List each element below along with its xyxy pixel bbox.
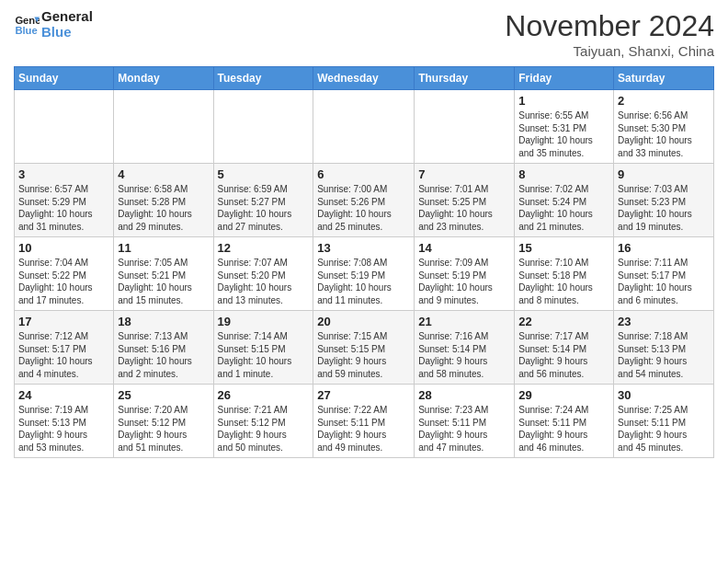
weekday-header-saturday: Saturday (614, 67, 714, 90)
calendar-table: SundayMondayTuesdayWednesdayThursdayFrid… (14, 66, 714, 458)
day-cell: 18Sunrise: 7:13 AM Sunset: 5:16 PM Dayli… (114, 311, 213, 385)
day-cell: 23Sunrise: 7:18 AM Sunset: 5:13 PM Dayli… (614, 311, 714, 385)
day-info: Sunrise: 7:09 AM Sunset: 5:19 PM Dayligh… (418, 257, 510, 306)
day-cell (313, 90, 415, 164)
day-info: Sunrise: 7:19 AM Sunset: 5:13 PM Dayligh… (18, 404, 109, 454)
weekday-header-thursday: Thursday (415, 67, 515, 90)
day-number: 25 (118, 388, 209, 402)
day-info: Sunrise: 6:57 AM Sunset: 5:29 PM Dayligh… (18, 183, 109, 233)
day-number: 17 (18, 315, 109, 328)
day-info: Sunrise: 7:10 AM Sunset: 5:18 PM Dayligh… (518, 257, 609, 306)
day-number: 3 (18, 167, 109, 181)
day-info: Sunrise: 6:56 AM Sunset: 5:30 PM Dayligh… (618, 109, 710, 159)
day-number: 22 (518, 315, 609, 328)
day-cell: 5Sunrise: 6:59 AM Sunset: 5:27 PM Daylig… (213, 164, 313, 237)
day-number: 12 (218, 241, 310, 255)
svg-text:Blue: Blue (15, 24, 37, 35)
weekday-header-wednesday: Wednesday (313, 67, 415, 90)
week-row-2: 3Sunrise: 6:57 AM Sunset: 5:29 PM Daylig… (15, 164, 714, 237)
day-cell: 27Sunrise: 7:22 AM Sunset: 5:11 PM Dayli… (313, 385, 415, 458)
day-info: Sunrise: 7:04 AM Sunset: 5:22 PM Dayligh… (18, 257, 109, 306)
day-cell: 12Sunrise: 7:07 AM Sunset: 5:20 PM Dayli… (213, 237, 313, 311)
day-info: Sunrise: 7:03 AM Sunset: 5:23 PM Dayligh… (618, 183, 710, 233)
day-number: 27 (317, 388, 410, 402)
day-number: 7 (418, 167, 510, 181)
day-info: Sunrise: 7:15 AM Sunset: 5:15 PM Dayligh… (317, 330, 410, 380)
day-cell: 14Sunrise: 7:09 AM Sunset: 5:19 PM Dayli… (415, 237, 515, 311)
title-area: November 2024 Taiyuan, Shanxi, China (505, 9, 714, 59)
weekday-header-friday: Friday (515, 67, 614, 90)
day-number: 18 (118, 315, 209, 328)
logo-icon: General Blue (14, 12, 40, 38)
day-info: Sunrise: 6:59 AM Sunset: 5:27 PM Dayligh… (218, 183, 310, 233)
day-cell: 9Sunrise: 7:03 AM Sunset: 5:23 PM Daylig… (614, 164, 714, 237)
day-info: Sunrise: 7:18 AM Sunset: 5:13 PM Dayligh… (618, 330, 710, 380)
day-cell: 13Sunrise: 7:08 AM Sunset: 5:19 PM Dayli… (313, 237, 415, 311)
day-number: 14 (418, 241, 510, 255)
day-number: 4 (118, 167, 209, 181)
day-cell: 26Sunrise: 7:21 AM Sunset: 5:12 PM Dayli… (213, 385, 313, 458)
day-cell: 20Sunrise: 7:15 AM Sunset: 5:15 PM Dayli… (313, 311, 415, 385)
day-info: Sunrise: 7:08 AM Sunset: 5:19 PM Dayligh… (317, 257, 410, 306)
day-info: Sunrise: 7:05 AM Sunset: 5:21 PM Dayligh… (118, 257, 209, 306)
day-number: 8 (518, 167, 609, 181)
calendar-header: General Blue General Blue November 2024 … (14, 9, 714, 59)
day-info: Sunrise: 7:20 AM Sunset: 5:12 PM Dayligh… (118, 404, 209, 454)
day-number: 15 (518, 241, 609, 255)
weekday-header-row: SundayMondayTuesdayWednesdayThursdayFrid… (15, 67, 714, 90)
day-info: Sunrise: 7:11 AM Sunset: 5:17 PM Dayligh… (618, 257, 710, 306)
day-info: Sunrise: 6:55 AM Sunset: 5:31 PM Dayligh… (518, 109, 609, 159)
day-number: 19 (218, 315, 310, 328)
weekday-header-tuesday: Tuesday (213, 67, 313, 90)
day-number: 2 (618, 94, 710, 108)
day-cell: 17Sunrise: 7:12 AM Sunset: 5:17 PM Dayli… (15, 311, 114, 385)
day-info: Sunrise: 7:16 AM Sunset: 5:14 PM Dayligh… (418, 330, 510, 380)
day-info: Sunrise: 7:22 AM Sunset: 5:11 PM Dayligh… (317, 404, 410, 454)
week-row-5: 24Sunrise: 7:19 AM Sunset: 5:13 PM Dayli… (15, 385, 714, 458)
day-info: Sunrise: 7:02 AM Sunset: 5:24 PM Dayligh… (518, 183, 609, 233)
day-number: 29 (518, 388, 609, 402)
day-info: Sunrise: 7:21 AM Sunset: 5:12 PM Dayligh… (218, 404, 310, 454)
month-title: November 2024 (505, 9, 714, 43)
day-cell: 30Sunrise: 7:25 AM Sunset: 5:11 PM Dayli… (614, 385, 714, 458)
day-cell: 1Sunrise: 6:55 AM Sunset: 5:31 PM Daylig… (515, 90, 614, 164)
day-cell: 3Sunrise: 6:57 AM Sunset: 5:29 PM Daylig… (15, 164, 114, 237)
weekday-header-sunday: Sunday (15, 67, 114, 90)
day-info: Sunrise: 6:58 AM Sunset: 5:28 PM Dayligh… (118, 183, 209, 233)
day-cell (415, 90, 515, 164)
day-cell: 22Sunrise: 7:17 AM Sunset: 5:14 PM Dayli… (515, 311, 614, 385)
location: Taiyuan, Shanxi, China (505, 43, 714, 59)
day-info: Sunrise: 7:23 AM Sunset: 5:11 PM Dayligh… (418, 404, 510, 454)
day-cell: 21Sunrise: 7:16 AM Sunset: 5:14 PM Dayli… (415, 311, 515, 385)
day-info: Sunrise: 7:17 AM Sunset: 5:14 PM Dayligh… (518, 330, 609, 380)
day-info: Sunrise: 7:24 AM Sunset: 5:11 PM Dayligh… (518, 404, 609, 454)
day-number: 20 (317, 315, 410, 328)
day-cell: 24Sunrise: 7:19 AM Sunset: 5:13 PM Dayli… (15, 385, 114, 458)
day-cell: 11Sunrise: 7:05 AM Sunset: 5:21 PM Dayli… (114, 237, 213, 311)
day-cell: 15Sunrise: 7:10 AM Sunset: 5:18 PM Dayli… (515, 237, 614, 311)
day-number: 26 (218, 388, 310, 402)
day-info: Sunrise: 7:00 AM Sunset: 5:26 PM Dayligh… (317, 183, 410, 233)
day-number: 21 (418, 315, 510, 328)
day-info: Sunrise: 7:12 AM Sunset: 5:17 PM Dayligh… (18, 330, 109, 380)
day-number: 24 (18, 388, 109, 402)
day-number: 11 (118, 241, 209, 255)
day-cell: 6Sunrise: 7:00 AM Sunset: 5:26 PM Daylig… (313, 164, 415, 237)
day-number: 30 (618, 388, 710, 402)
day-info: Sunrise: 7:14 AM Sunset: 5:15 PM Dayligh… (218, 330, 310, 380)
day-number: 6 (317, 167, 410, 181)
day-info: Sunrise: 7:01 AM Sunset: 5:25 PM Dayligh… (418, 183, 510, 233)
day-number: 5 (218, 167, 310, 181)
day-cell: 29Sunrise: 7:24 AM Sunset: 5:11 PM Dayli… (515, 385, 614, 458)
day-cell (15, 90, 114, 164)
day-cell: 4Sunrise: 6:58 AM Sunset: 5:28 PM Daylig… (114, 164, 213, 237)
day-number: 9 (618, 167, 710, 181)
weekday-header-monday: Monday (114, 67, 213, 90)
logo-text-line1: General (41, 9, 93, 25)
day-cell (114, 90, 213, 164)
calendar-container: General Blue General Blue November 2024 … (0, 0, 728, 467)
day-number: 28 (418, 388, 510, 402)
day-cell: 28Sunrise: 7:23 AM Sunset: 5:11 PM Dayli… (415, 385, 515, 458)
day-cell: 19Sunrise: 7:14 AM Sunset: 5:15 PM Dayli… (213, 311, 313, 385)
logo: General Blue General Blue (14, 9, 93, 40)
